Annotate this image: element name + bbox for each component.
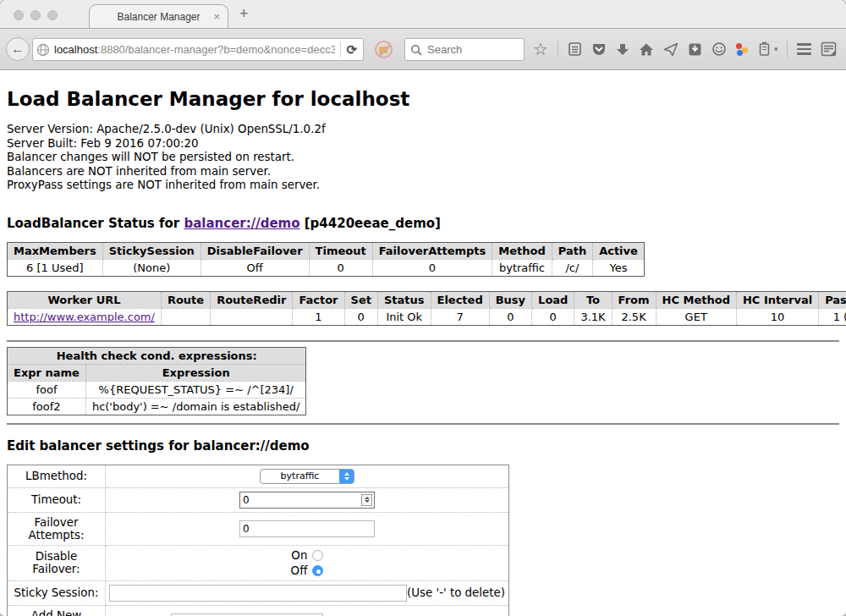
new-tab-button[interactable]: + xyxy=(239,5,249,23)
zoom-window-button[interactable] xyxy=(47,10,58,20)
table-row: foof %{REQUEST_STATUS} =~ /^[234]/ xyxy=(8,381,306,398)
reading-list-icon[interactable] xyxy=(568,41,582,57)
url-bar[interactable]: localhost:8880/balancer-manager?b=demo&n… xyxy=(32,38,364,61)
sticky-session-input[interactable] xyxy=(109,585,407,602)
tab-close-icon[interactable]: × xyxy=(213,10,220,23)
worker-url-link[interactable]: http://www.example.com/ xyxy=(14,311,155,323)
disable-failover-label: Disable Failover: xyxy=(8,545,106,580)
health-table-title: Health check cond. expressions: xyxy=(8,347,306,364)
bookmark-star-icon[interactable]: ☆ xyxy=(533,41,548,58)
table-row: 6 [1 Used] (None) Off 0 0 bytraffic /c/ … xyxy=(8,259,645,276)
select-stepper-icon xyxy=(339,470,354,483)
add-worker-label: Add New Worker: xyxy=(8,605,106,616)
close-window-button[interactable] xyxy=(14,10,24,20)
failover-attempts-input[interactable] xyxy=(239,520,375,537)
failover-attempts-label: Failover Attempts: xyxy=(8,512,106,545)
radio-off-label: Off xyxy=(291,564,308,577)
addon-download-icon[interactable] xyxy=(688,42,702,57)
balancer-demo-link[interactable]: balancer://demo xyxy=(184,216,299,231)
lbmethod-label: LBmethod: xyxy=(8,465,106,487)
url-text: localhost:8880/balancer-manager?b=demo&n… xyxy=(54,43,335,56)
dropdown-caret-icon[interactable]: ▾ xyxy=(774,45,778,53)
timeout-input[interactable] xyxy=(239,492,375,509)
number-spinner-icon[interactable] xyxy=(361,494,372,506)
loadbalancer-status-heading: LoadBalancer Status for balancer://demo … xyxy=(7,216,839,231)
block-icon[interactable] xyxy=(375,41,393,58)
server-version: Server Version: Apache/2.5.0-dev (Unix) … xyxy=(7,123,839,137)
container-extension-icon[interactable] xyxy=(759,41,770,57)
disable-failover-on-radio[interactable] xyxy=(312,550,323,561)
home-icon[interactable] xyxy=(639,42,654,57)
back-button[interactable]: ← xyxy=(6,37,30,61)
chat-smiley-icon[interactable] xyxy=(711,41,727,57)
toolbar-icons: ☆ xyxy=(533,37,837,61)
page-content: Load Balancer Manager for localhost Serv… xyxy=(0,70,846,616)
server-info: Server Version: Apache/2.5.0-dev (Unix) … xyxy=(7,123,839,193)
persist-note: Balancer changes will NOT be persisted o… xyxy=(7,151,839,165)
tab-title: Balancer Manager xyxy=(117,11,200,23)
browser-window: Balancer Manager × + ← localhost:8880/ba… xyxy=(0,0,846,616)
minimize-window-button[interactable] xyxy=(30,10,41,20)
search-icon xyxy=(410,44,422,56)
grid-edit-icon[interactable] xyxy=(821,41,837,57)
globe-icon xyxy=(36,43,50,57)
worker-table: Worker URL Route RouteRedir Factor Set S… xyxy=(7,291,846,326)
edit-balancer-heading: Edit balancer settings for balancer://de… xyxy=(7,438,839,454)
disable-failover-off-radio[interactable] xyxy=(312,565,323,576)
health-check-table: Health check cond. expressions: Expr nam… xyxy=(7,347,306,415)
reload-icon[interactable]: ⟳ xyxy=(346,42,360,58)
timeout-label: Timeout: xyxy=(8,487,106,512)
sticky-session-hint: (Use '-' to delete) xyxy=(407,586,505,599)
colors-extension-icon[interactable] xyxy=(736,42,750,56)
download-icon[interactable] xyxy=(616,42,629,57)
traffic-lights[interactable] xyxy=(14,10,58,20)
table-row: http://www.example.com/ 1 0 Init Ok 7 0 … xyxy=(8,308,846,325)
sticky-session-label: Sticky Session: xyxy=(8,580,106,605)
send-icon[interactable] xyxy=(663,42,678,57)
divider xyxy=(7,340,839,342)
proxypass-note: ProxyPass settings are NOT inherited fro… xyxy=(7,179,839,193)
radio-on-label: On xyxy=(291,549,307,562)
balancer-settings-form: LBmethod: bytraffic Timeout: xyxy=(7,465,509,616)
divider xyxy=(7,423,839,425)
tab-bar: Balancer Manager × + xyxy=(0,0,846,29)
pocket-icon[interactable] xyxy=(591,42,607,57)
inherit-note: Balancers are NOT inherited from main se… xyxy=(7,165,839,179)
navigation-toolbar: ← localhost:8880/balancer-manager?b=demo… xyxy=(0,29,846,70)
menu-icon[interactable] xyxy=(797,43,811,55)
server-built: Server Built: Feb 9 2016 07:00:20 xyxy=(7,137,839,151)
lbmethod-select[interactable]: bytraffic xyxy=(260,469,354,484)
table-row: foof2 hc('body') =~ /domain is establish… xyxy=(8,398,306,415)
balancer-status-table: MaxMembers StickySession DisableFailover… xyxy=(7,242,645,277)
search-placeholder: Search xyxy=(427,43,462,56)
search-bar[interactable]: Search xyxy=(404,38,525,61)
page-title: Load Balancer Manager for localhost xyxy=(7,88,839,110)
tab-balancer-manager[interactable]: Balancer Manager × xyxy=(89,4,228,29)
